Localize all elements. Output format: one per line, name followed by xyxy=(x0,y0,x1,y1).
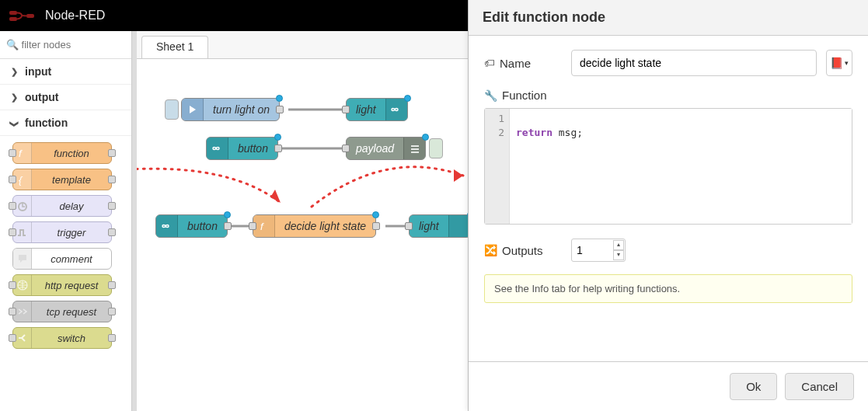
status-dot xyxy=(372,211,379,218)
palette-node-trigger[interactable]: trigger xyxy=(12,221,112,243)
flow-node-light-1[interactable]: light xyxy=(346,98,408,121)
name-input[interactable] xyxy=(571,50,817,76)
port xyxy=(108,334,116,342)
name-label: 🏷 Name xyxy=(484,57,562,70)
port xyxy=(9,308,16,315)
inject-button[interactable] xyxy=(165,99,179,120)
category-label: input xyxy=(25,65,51,78)
palette-node-tcp-request[interactable]: tcp request xyxy=(12,301,112,322)
name-row: 🏷 Name 📕 ▾ xyxy=(484,50,852,76)
chevron-right-icon: ❯ xyxy=(11,67,17,77)
output-port[interactable] xyxy=(276,106,284,113)
chevron-down-icon: ❯ xyxy=(9,120,19,126)
palette-function-items: f function { template delay trigger xyxy=(0,136,131,355)
port xyxy=(108,228,116,236)
caret-down-icon: ▾ xyxy=(845,59,849,67)
spin-up-button[interactable]: ▴ xyxy=(613,240,624,250)
input-port[interactable] xyxy=(405,222,413,230)
palette-node-http-request[interactable]: http request xyxy=(12,274,112,296)
flow-node-light-2[interactable]: light xyxy=(409,214,471,238)
palette-category-function[interactable]: ❯ function xyxy=(0,110,131,136)
port xyxy=(9,228,16,236)
category-label: function xyxy=(25,117,68,129)
spin-down-button[interactable]: ▾ xyxy=(613,250,624,260)
port xyxy=(108,176,116,183)
input-port[interactable] xyxy=(249,222,256,230)
tag-icon: 🏷 xyxy=(484,57,495,69)
port xyxy=(108,149,116,157)
debug-icon xyxy=(403,138,425,159)
svg-text:f: f xyxy=(260,221,264,232)
svg-rect-9 xyxy=(411,152,419,153)
tray-title: Edit function node xyxy=(469,0,868,36)
edit-tray: Edit function node 🏷 Name 📕 ▾ 🔧 Function… xyxy=(468,0,868,411)
app-logo: Node-RED xyxy=(9,9,105,23)
palette-category-output[interactable]: ❯ output xyxy=(0,85,131,110)
status-dot xyxy=(404,95,411,102)
code-editor[interactable]: 1 2 return msg; xyxy=(484,108,852,225)
category-label: output xyxy=(25,91,59,103)
function-icon: f xyxy=(253,215,275,237)
port xyxy=(9,176,16,183)
tab-sheet1[interactable]: Sheet 1 xyxy=(141,36,208,58)
output-port[interactable] xyxy=(224,222,232,230)
flow-node-button-1[interactable]: button xyxy=(206,137,278,160)
output-port[interactable] xyxy=(372,222,380,230)
info-tip: See the Info tab for help writing functi… xyxy=(484,274,852,303)
status-dot xyxy=(224,211,231,218)
debug-toggle-button[interactable] xyxy=(429,138,443,158)
status-dot xyxy=(274,134,281,141)
svg-rect-2 xyxy=(26,14,34,18)
node-red-icon xyxy=(9,9,36,23)
number-spinner: ▴ ▾ xyxy=(613,240,624,260)
comment-icon xyxy=(13,249,32,269)
status-dot xyxy=(422,134,429,141)
bookmark-button[interactable]: 📕 ▾ xyxy=(826,50,852,76)
svg-text:{: { xyxy=(19,174,23,186)
ok-button[interactable]: Ok xyxy=(730,373,777,400)
outputs-row: 🔀 Outputs ▴ ▾ xyxy=(484,239,852,262)
random-icon: 🔀 xyxy=(484,244,497,256)
palette-node-function[interactable]: f function xyxy=(12,142,112,164)
app-title: Node-RED xyxy=(45,9,105,23)
chevron-right-icon: ❯ xyxy=(11,92,17,103)
palette-category-input[interactable]: ❯ input xyxy=(0,59,131,85)
wrench-icon: 🔧 xyxy=(484,89,497,102)
flow-node-button-2[interactable]: button xyxy=(155,214,228,238)
svg-rect-8 xyxy=(411,148,419,150)
port xyxy=(108,281,116,289)
port xyxy=(9,149,16,157)
arduino-icon xyxy=(385,99,407,120)
arrow-icon xyxy=(182,99,204,120)
port xyxy=(9,281,16,289)
flow-node-payload[interactable]: payload xyxy=(346,137,426,160)
port xyxy=(108,308,116,315)
input-port[interactable] xyxy=(342,106,350,113)
arduino-icon xyxy=(207,138,228,159)
palette-filter xyxy=(0,31,131,59)
tray-footer: Ok Cancel xyxy=(469,361,868,411)
arduino-icon xyxy=(156,215,178,237)
filter-input[interactable] xyxy=(5,36,127,54)
svg-text:f: f xyxy=(19,148,23,159)
input-port[interactable] xyxy=(342,145,350,152)
palette-node-template[interactable]: { template xyxy=(12,169,112,190)
arduino-icon xyxy=(448,215,470,237)
tray-body: 🏷 Name 📕 ▾ 🔧 Function 1 2 return msg; xyxy=(469,36,868,361)
editor-code[interactable]: return msg; xyxy=(510,109,852,224)
svg-rect-0 xyxy=(9,11,17,15)
function-label-row: 🔧 Function xyxy=(484,89,852,102)
output-port[interactable] xyxy=(274,145,282,152)
port xyxy=(9,202,16,210)
outputs-label: 🔀 Outputs xyxy=(484,244,562,257)
port xyxy=(108,202,116,210)
flow-node-decide-light-state[interactable]: f decide light state xyxy=(253,214,376,238)
port xyxy=(9,334,16,342)
editor-gutter: 1 2 xyxy=(485,109,510,224)
palette-node-delay[interactable]: delay xyxy=(12,195,112,217)
palette-node-comment[interactable]: comment xyxy=(12,248,112,270)
book-icon: 📕 xyxy=(830,57,843,69)
cancel-button[interactable]: Cancel xyxy=(785,373,854,400)
palette-node-switch[interactable]: switch xyxy=(12,327,112,349)
flow-node-turn-light-on[interactable]: turn light on xyxy=(181,98,280,121)
